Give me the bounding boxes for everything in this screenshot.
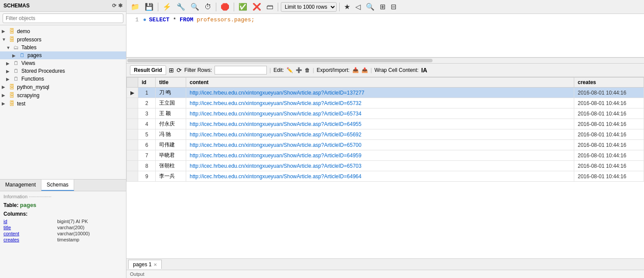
execute-query-button[interactable]: 🔧 (175, 2, 187, 12)
table-row[interactable]: 9李一兵http://icec.hrbeu.edu.cn/xintongxuey… (127, 171, 644, 182)
wrap-icon[interactable]: IA (421, 67, 427, 74)
arrow-icon: ▶ (6, 61, 12, 66)
sidebar-header-icons[interactable]: ⟳ ✱ (112, 3, 123, 9)
sidebar-item-pages[interactable]: ▶ 🗒 pages (0, 51, 126, 59)
open-folder-button[interactable]: 📁 (129, 2, 141, 12)
th-title[interactable]: title (156, 78, 186, 88)
table-row[interactable]: 4付永庆http://icec.hrbeu.edu.cn/xintongxuey… (127, 119, 644, 129)
stop-button[interactable]: ⏱ (203, 2, 213, 12)
settings-icon[interactable]: ✱ (118, 3, 123, 9)
save-button[interactable]: 💾 (143, 2, 155, 12)
tab-management[interactable]: Management (0, 180, 41, 191)
output-label: Output (130, 271, 144, 277)
sql-breakpoint[interactable]: ● (143, 17, 147, 54)
sidebar-item-stored-procedures[interactable]: ▶ 🗒 Stored Procedures (0, 67, 126, 75)
filter-input[interactable] (215, 66, 267, 75)
cell-content: http://icec.hrbeu.edu.cn/xintongxueyuan/… (186, 88, 574, 98)
col-id-type: bigint(7) AI PK (57, 219, 123, 224)
star-button[interactable]: ★ (342, 2, 352, 12)
sidebar-item-functions[interactable]: ▶ 🗒 Functions (0, 75, 126, 83)
col-title-name[interactable]: title (3, 225, 52, 230)
result-grid-tab[interactable]: Result Grid (130, 65, 166, 75)
sidebar-item-python-mysql[interactable]: ▶ 🗄 python_mysql (0, 83, 126, 91)
minus-button[interactable]: ⊟ (389, 2, 398, 12)
sidebar-item-scrapying[interactable]: ▶ 🗄 scrapying (0, 91, 126, 99)
db-button[interactable]: 🗃 (265, 2, 275, 12)
db-icon: 🗄 (8, 84, 16, 90)
col-id-name[interactable]: id (3, 219, 52, 224)
toggle-button[interactable]: 🛑 (219, 2, 231, 12)
search-input[interactable] (3, 14, 123, 23)
table-row[interactable]: 6司伟建http://icec.hrbeu.edu.cn/xintongxuey… (127, 140, 644, 150)
sql-editor[interactable]: 1 ● SELECT * FROM professors.pages; (126, 14, 644, 58)
sidebar-item-label-test: test (17, 101, 25, 107)
col-title-type: varchar(200) (57, 225, 123, 230)
th-creates[interactable]: creates (574, 78, 644, 88)
col-content-type: varchar(10000) (57, 231, 123, 236)
table-row[interactable]: 5冯 驰http://icec.hrbeu.edu.cn/xintongxuey… (127, 129, 644, 140)
table-row[interactable]: 2王立国http://icec.hrbeu.edu.cn/xintongxuey… (127, 98, 644, 108)
table-row[interactable]: ▶1刀 鸣http://icec.hrbeu.edu.cn/xintongxue… (127, 88, 644, 98)
sidebar-item-label-python-mysql: python_mysql (17, 84, 49, 90)
cell-id: 4 (138, 119, 156, 129)
th-content[interactable]: content (186, 78, 574, 88)
output-bar: Output (126, 270, 644, 278)
edit-remove-icon[interactable]: 🗑 (305, 67, 310, 73)
cell-title: 李一兵 (156, 171, 186, 182)
check-button[interactable]: ✅ (237, 2, 249, 12)
sidebar-header: SCHEMAS ⟳ ✱ (0, 0, 126, 12)
sql-star: * (173, 17, 180, 23)
cell-id: 2 (138, 98, 156, 108)
filter-label: Filter Rows: (184, 67, 212, 73)
table-row[interactable]: 7毕晓君http://icec.hrbeu.edu.cn/xintongxuey… (127, 150, 644, 161)
cell-title: 王立国 (156, 98, 186, 108)
sidebar-item-label-tables: Tables (21, 44, 37, 51)
cell-creates: 2016-08-01 10:44:16 (574, 129, 644, 140)
result-table-container: id title content creates ▶1刀 鸣http://ice… (126, 77, 644, 258)
edit-add-icon[interactable]: ➕ (296, 67, 302, 73)
sidebar-item-demo[interactable]: ▶ 🗄 demo (0, 27, 126, 35)
sidebar-tabs: Management Schemas (0, 179, 126, 191)
cancel-button[interactable]: ❌ (251, 2, 263, 12)
cell-creates: 2016-08-01 10:44:16 (574, 88, 644, 98)
edit-pencil-icon[interactable]: ✏️ (286, 67, 293, 73)
result-table: id title content creates ▶1刀 鸣http://ice… (126, 77, 644, 182)
back-button[interactable]: ◁ (354, 2, 362, 12)
limit-select[interactable]: Limit to 1000 rows No Limit Limit to 200… (281, 2, 337, 12)
scrollbar-thumb[interactable] (127, 59, 433, 62)
sidebar-item-professors[interactable]: ▼ 🗄 professors (0, 35, 126, 44)
col-creates-name[interactable]: creates (3, 237, 52, 242)
wrap-label: Wrap Cell Content: (375, 67, 419, 73)
import-icon[interactable]: 📤 (361, 67, 368, 73)
sidebar-item-test[interactable]: ▶ 🗄 test (0, 99, 126, 108)
horizontal-scrollbar[interactable] (126, 58, 644, 64)
pages-tab-close[interactable]: ✕ (153, 262, 157, 267)
tab-schemas[interactable]: Schemas (41, 180, 74, 191)
row-arrow: ▶ (130, 90, 134, 96)
result-tbody: ▶1刀 鸣http://icec.hrbeu.edu.cn/xintongxue… (127, 88, 644, 182)
sidebar-info: Information ················· Table: pag… (0, 191, 126, 278)
toolbar-sep-2 (216, 3, 216, 11)
result-toolbar: Result Grid ⊞ ⟳ Filter Rows: | Edit: ✏️ … (126, 64, 644, 77)
grid-button[interactable]: ⊞ (378, 2, 387, 12)
refresh-icon[interactable]: ⟳ (112, 3, 116, 9)
table-row[interactable]: 3王 颖http://icec.hrbeu.edu.cn/xintongxuey… (127, 108, 644, 119)
col-content-name[interactable]: content (3, 231, 52, 236)
find-button[interactable]: 🔍 (364, 2, 376, 12)
table-row[interactable]: 8张朝柱http://icec.hrbeu.edu.cn/xintongxuey… (127, 161, 644, 171)
explain-button[interactable]: 🔍 (189, 2, 201, 12)
cell-title: 刀 鸣 (156, 88, 186, 98)
sidebar-item-tables[interactable]: ▼ 🗂 Tables (0, 44, 126, 51)
db-icon: 🗄 (8, 28, 16, 34)
execute-button[interactable]: ⚡ (161, 2, 173, 12)
arrow-icon: ▶ (2, 93, 8, 98)
main-toolbar: 📁 💾 ⚡ 🔧 🔍 ⏱ 🛑 ✅ ❌ 🗃 Limit to 1000 rows N… (126, 0, 644, 14)
refresh-rows-icon[interactable]: ⟳ (177, 67, 182, 74)
export-icon[interactable]: 📥 (352, 67, 359, 73)
pages-tab[interactable]: pages 1 ✕ (128, 260, 162, 269)
sidebar-item-views[interactable]: ▶ 🗒 Views (0, 59, 126, 67)
sql-text[interactable]: SELECT * FROM professors.pages; (149, 17, 255, 54)
sql-table-ref: professors.pages; (197, 17, 255, 23)
th-id[interactable]: id (138, 78, 156, 88)
info-columns: id bigint(7) AI PK title varchar(200) co… (3, 219, 123, 242)
